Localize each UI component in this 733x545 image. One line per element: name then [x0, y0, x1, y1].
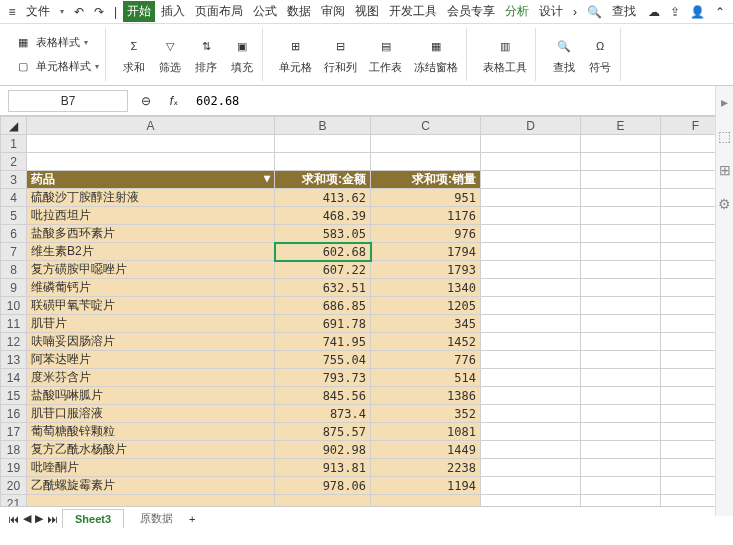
tab-next-icon[interactable]: ▶: [35, 512, 43, 525]
cell[interactable]: [581, 315, 661, 333]
cell[interactable]: [481, 441, 581, 459]
cell[interactable]: 1205: [371, 297, 481, 315]
row-header[interactable]: 21: [1, 495, 27, 507]
fx-icon[interactable]: fₓ: [164, 91, 184, 111]
menu-analyze[interactable]: 分析: [501, 1, 533, 22]
up-icon[interactable]: ⌃: [711, 3, 729, 21]
cell[interactable]: [581, 279, 661, 297]
zoom-out-icon[interactable]: ⊖: [136, 91, 156, 111]
row-header[interactable]: 12: [1, 333, 27, 351]
redo-icon[interactable]: ↷: [90, 3, 108, 21]
cell[interactable]: 1081: [371, 423, 481, 441]
cell[interactable]: 盐酸多西环素片: [27, 225, 275, 243]
cell[interactable]: 776: [371, 351, 481, 369]
filter-button[interactable]: ▽筛选: [158, 34, 182, 75]
row-header[interactable]: 6: [1, 225, 27, 243]
row-header[interactable]: 4: [1, 189, 27, 207]
cell[interactable]: [581, 477, 661, 495]
cell[interactable]: 1793: [371, 261, 481, 279]
cell[interactable]: [581, 207, 661, 225]
cell[interactable]: 度米芬含片: [27, 369, 275, 387]
menu-dropdown[interactable]: ▾: [56, 5, 68, 18]
cell[interactable]: [581, 333, 661, 351]
row-header[interactable]: 18: [1, 441, 27, 459]
tab-add-icon[interactable]: +: [189, 513, 195, 525]
cell[interactable]: 2238: [371, 459, 481, 477]
cell[interactable]: 复方磺胺甲噁唑片: [27, 261, 275, 279]
menu-dev[interactable]: 开发工具: [385, 1, 441, 22]
cell[interactable]: 1340: [371, 279, 481, 297]
cell[interactable]: [481, 351, 581, 369]
menu-design[interactable]: 设计: [535, 1, 567, 22]
cell[interactable]: 845.56: [275, 387, 371, 405]
rowcol-button[interactable]: ⊟行和列: [324, 34, 357, 75]
share-icon[interactable]: ⇪: [666, 3, 684, 21]
cell[interactable]: 686.85: [275, 297, 371, 315]
cell[interactable]: 951: [371, 189, 481, 207]
col-header-b[interactable]: B: [275, 117, 371, 135]
cell[interactable]: [481, 369, 581, 387]
sum-button[interactable]: Σ求和: [122, 34, 146, 75]
cell[interactable]: [481, 387, 581, 405]
cell[interactable]: 维生素B2片: [27, 243, 275, 261]
tab-last-icon[interactable]: ⏭: [47, 513, 58, 525]
row-header[interactable]: 20: [1, 477, 27, 495]
cell[interactable]: 875.57: [275, 423, 371, 441]
col-header-e[interactable]: E: [581, 117, 661, 135]
cell[interactable]: [581, 369, 661, 387]
row-header[interactable]: 3: [1, 171, 27, 189]
cell[interactable]: [481, 405, 581, 423]
row-header[interactable]: 15: [1, 387, 27, 405]
side-style-icon[interactable]: ⊞: [719, 162, 731, 178]
cell[interactable]: 盐酸吗啉胍片: [27, 387, 275, 405]
cell[interactable]: [481, 315, 581, 333]
row-header[interactable]: 5: [1, 207, 27, 225]
cell[interactable]: [581, 405, 661, 423]
menu-search[interactable]: 查找: [608, 1, 640, 22]
cell[interactable]: 873.4: [275, 405, 371, 423]
tab-raw[interactable]: 原数据: [128, 508, 185, 529]
cell-button[interactable]: ⊞单元格: [279, 34, 312, 75]
cell[interactable]: [581, 459, 661, 477]
cell[interactable]: 602.68: [275, 243, 371, 261]
cell[interactable]: 755.04: [275, 351, 371, 369]
side-select-icon[interactable]: ⬚: [718, 128, 731, 144]
cell[interactable]: [581, 387, 661, 405]
cell[interactable]: 1386: [371, 387, 481, 405]
row-header[interactable]: 10: [1, 297, 27, 315]
cell[interactable]: 1194: [371, 477, 481, 495]
row-header[interactable]: 8: [1, 261, 27, 279]
cell[interactable]: 1449: [371, 441, 481, 459]
cell[interactable]: 741.95: [275, 333, 371, 351]
cell[interactable]: 吡喹酮片: [27, 459, 275, 477]
cell[interactable]: 呋喃妥因肠溶片: [27, 333, 275, 351]
col-header-d[interactable]: D: [481, 117, 581, 135]
fill-button[interactable]: ▣填充: [230, 34, 254, 75]
cell[interactable]: 联磺甲氧苄啶片: [27, 297, 275, 315]
cell[interactable]: 葡萄糖酸锌颗粒: [27, 423, 275, 441]
row-header[interactable]: 19: [1, 459, 27, 477]
cell[interactable]: 413.62: [275, 189, 371, 207]
cell[interactable]: [581, 441, 661, 459]
col-header-a[interactable]: A: [27, 117, 275, 135]
cell[interactable]: [581, 189, 661, 207]
menu-icon[interactable]: ≡: [4, 4, 20, 20]
menu-formula[interactable]: 公式: [249, 1, 281, 22]
cell[interactable]: [481, 261, 581, 279]
pivot-header-qty[interactable]: 求和项:销量: [371, 171, 481, 189]
table-tool-button[interactable]: ▥表格工具: [483, 34, 527, 75]
row-header[interactable]: 11: [1, 315, 27, 333]
tab-first-icon[interactable]: ⏮: [8, 513, 19, 525]
row-header[interactable]: 7: [1, 243, 27, 261]
cell[interactable]: 肌苷口服溶液: [27, 405, 275, 423]
row-header[interactable]: 17: [1, 423, 27, 441]
cell[interactable]: [581, 225, 661, 243]
row-header[interactable]: 16: [1, 405, 27, 423]
table-style-button[interactable]: ▦表格样式▾: [12, 32, 101, 54]
row-header[interactable]: 9: [1, 279, 27, 297]
menu-view[interactable]: 视图: [351, 1, 383, 22]
pivot-header-drug[interactable]: 药品 ▾: [27, 171, 275, 189]
formula-input[interactable]: [192, 90, 725, 112]
cell[interactable]: 乙酰螺旋霉素片: [27, 477, 275, 495]
cell[interactable]: 583.05: [275, 225, 371, 243]
